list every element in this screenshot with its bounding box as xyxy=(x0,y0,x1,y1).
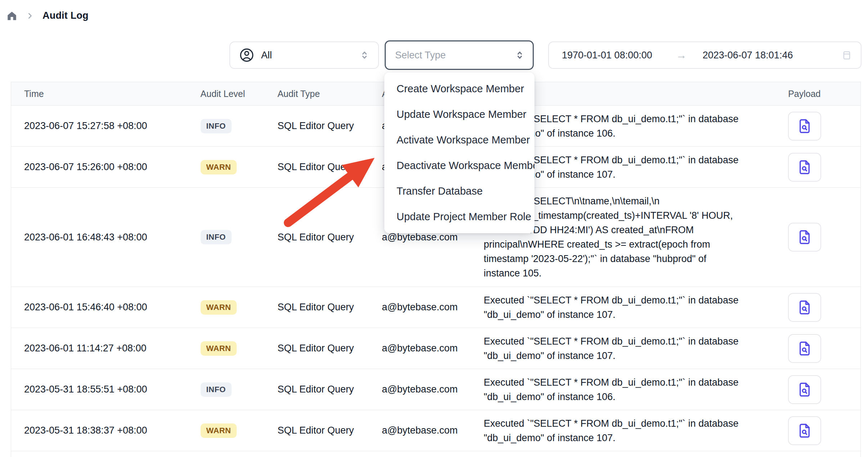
cell-audit-type: SQL Editor Query xyxy=(277,425,382,436)
comment-line: principal\nWHERE created_ts >= extract(e… xyxy=(484,237,777,252)
table-row: 2023-05-31 18:38:37 +08:00 WARN SQL Edit… xyxy=(11,410,860,451)
audit-level-badge: INFO xyxy=(201,119,232,133)
comment-line: "db_ui_demo" of instance 107. xyxy=(484,307,777,322)
cell-audit-type: SQL Editor Query xyxy=(277,120,382,132)
updown-chevrons-icon xyxy=(359,49,370,61)
header-level: Audit Level xyxy=(201,89,278,99)
menu-item[interactable]: Create Workspace Member xyxy=(384,76,534,102)
type-filter-placeholder: Select Type xyxy=(395,50,446,61)
cell-comment: Executed `"SELECT * FROM db_ui_demo.t1;"… xyxy=(484,334,777,363)
cell-actor: a@bytebase.com xyxy=(382,425,484,436)
cell-actor: a@bytebase.com xyxy=(382,343,484,354)
file-search-icon xyxy=(797,300,812,315)
comment-line: timestamp '2023-05-22');"` in database "… xyxy=(484,252,777,266)
audit-level-badge: WARN xyxy=(201,341,237,356)
cell-comment: Executed `"SELECT * FROM db_ui_demo.t1;"… xyxy=(484,293,777,322)
cell-audit-type: SQL Editor Query xyxy=(277,161,382,173)
file-search-icon xyxy=(797,230,812,245)
cell-audit-type: SQL Editor Query xyxy=(277,302,382,313)
audit-level-badge: WARN xyxy=(201,160,237,174)
comment-line: Executed `"SELECT * FROM db_ui_demo.t1;"… xyxy=(484,416,777,431)
calendar-icon xyxy=(841,50,852,61)
cell-comment: Executed `"SELECT * FROM db_ui_demo.t1;"… xyxy=(484,416,777,445)
page-title: Audit Log xyxy=(42,10,89,21)
cell-actor: a@bytebase.com xyxy=(382,232,484,243)
table-row: 2023-06-01 15:46:40 +08:00 WARN SQL Edit… xyxy=(11,287,860,328)
cell-time: 2023-06-01 11:14:27 +08:00 xyxy=(24,343,201,354)
file-search-icon xyxy=(797,382,812,397)
comment-line: Executed `"SELECT * FROM db_ui_demo.t1;"… xyxy=(484,375,777,390)
cell-time: 2023-06-07 15:27:58 +08:00 xyxy=(24,120,201,132)
header-time: Time xyxy=(24,89,201,99)
home-icon[interactable] xyxy=(6,10,17,21)
view-payload-button[interactable] xyxy=(788,375,821,404)
type-filter-menu: Create Workspace Member Update Workspace… xyxy=(384,72,534,233)
cell-time: 2023-05-31 18:55:51 +08:00 xyxy=(24,384,201,395)
table-row xyxy=(11,451,860,457)
audit-level-badge: WARN xyxy=(201,423,237,438)
file-search-icon xyxy=(797,423,812,438)
updown-chevrons-icon xyxy=(514,49,525,61)
header-type: Audit Type xyxy=(277,89,382,99)
user-circle-icon xyxy=(239,47,255,63)
comment-line: instance 105. xyxy=(484,266,777,280)
menu-item[interactable]: Activate Workspace Member xyxy=(384,127,534,153)
menu-item[interactable]: Update Workspace Member xyxy=(384,102,534,127)
view-payload-button[interactable] xyxy=(788,416,821,445)
comment-line: "db_ui_demo" of instance 107. xyxy=(484,431,777,445)
comment-line: Executed `"SELECT * FROM db_ui_demo.t1;"… xyxy=(484,293,777,307)
file-search-icon xyxy=(797,119,812,134)
menu-item[interactable]: Deactivate Workspace Member xyxy=(384,153,534,178)
menu-item[interactable]: Update Project Member Role xyxy=(384,204,534,230)
view-payload-button[interactable] xyxy=(788,293,821,322)
cell-time: 2023-06-01 16:48:43 +08:00 xyxy=(24,232,201,243)
cell-audit-type: SQL Editor Query xyxy=(277,232,382,243)
comment-line: "db_ui_demo" of instance 106. xyxy=(484,390,777,404)
audit-level-badge: INFO xyxy=(201,382,232,397)
cell-audit-type: SQL Editor Query xyxy=(277,384,382,395)
file-search-icon xyxy=(797,160,812,175)
chevron-right-icon xyxy=(26,12,34,20)
comment-line: Executed `"SELECT * FROM db_ui_demo.t1;"… xyxy=(484,334,777,349)
arrow-right-icon: → xyxy=(676,49,687,61)
audit-level-badge: INFO xyxy=(201,230,232,244)
cell-comment: Executed `"SELECT * FROM db_ui_demo.t1;"… xyxy=(484,375,777,404)
view-payload-button[interactable] xyxy=(788,112,821,141)
cell-time: 2023-05-31 18:38:37 +08:00 xyxy=(24,425,201,436)
breadcrumb: Audit Log xyxy=(6,10,89,21)
table-row: 2023-05-31 18:55:51 +08:00 INFO SQL Edit… xyxy=(11,369,860,410)
cell-audit-type: SQL Editor Query xyxy=(277,343,382,354)
actor-filter-select[interactable]: All xyxy=(229,41,379,69)
date-range-end[interactable]: 2023-06-07 18:01:46 xyxy=(703,50,793,61)
table-row: 2023-06-01 11:14:27 +08:00 WARN SQL Edit… xyxy=(11,328,860,369)
cell-actor: a@bytebase.com xyxy=(382,384,484,395)
view-payload-button[interactable] xyxy=(788,334,821,363)
date-range-start[interactable]: 1970-01-01 08:00:00 xyxy=(562,50,652,61)
header-payload: Payload xyxy=(777,89,860,99)
actor-filter-value: All xyxy=(261,50,272,61)
file-search-icon xyxy=(797,341,812,356)
cell-time: 2023-06-01 15:46:40 +08:00 xyxy=(24,302,201,313)
audit-level-badge: WARN xyxy=(201,300,237,315)
view-payload-button[interactable] xyxy=(788,223,821,252)
menu-item[interactable]: Transfer Database xyxy=(384,178,534,204)
date-range-picker[interactable]: 1970-01-01 08:00:00 → 2023-06-07 18:01:4… xyxy=(548,41,862,69)
comment-line: "db_ui_demo" of instance 107. xyxy=(484,349,777,363)
type-filter-select[interactable]: Select Type xyxy=(385,40,534,70)
cell-actor: a@bytebase.com xyxy=(382,302,484,313)
view-payload-button[interactable] xyxy=(788,153,821,182)
cell-time: 2023-06-07 15:26:00 +08:00 xyxy=(24,161,201,173)
